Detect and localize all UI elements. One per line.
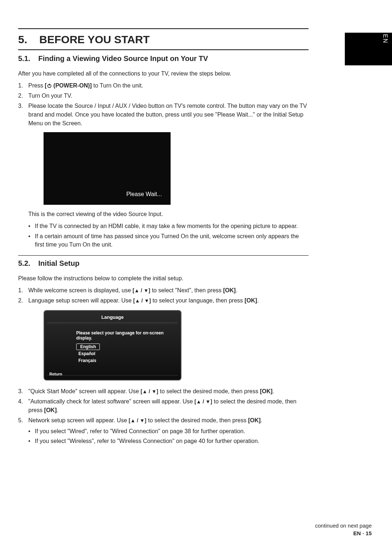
s2-step-3-b: to select the desired mode, then press [158,388,260,394]
continued-text: continued on next page [315,522,372,529]
period: . [261,417,262,423]
ok-key: [OK] [223,287,236,293]
s2-step-5-a: Network setup screen will appear. Use [28,417,129,423]
s1-step-3-text: Please locate the Source / Input / AUX /… [28,103,307,126]
arrow-keys: [▲ / ▼] [195,399,212,404]
osd-option-english: English [76,343,100,350]
osd-prompt: Please select your language for on-scree… [76,330,174,341]
s2-intro: Please follow the instructions below to … [18,274,309,282]
s1-intro: After you have completed all of the conn… [18,69,309,78]
s1-step-1: 1. Press [ (POWER-ON)] to Turn On the un… [18,81,309,90]
osd-option-espanol: Español [76,350,174,357]
s2-step-5: 5. Network setup screen will appear. Use… [18,416,309,445]
list-number: 2. [18,92,23,100]
period: . [257,297,258,304]
s1-steps: 1. Press [ (POWER-ON)] to Turn On the un… [18,81,309,128]
s2-step-2: 2. Language setup screen will appear. Us… [18,296,309,305]
subsection-5-1-number: 5.1. [18,54,36,63]
s2-step-5-b: to select the desired mode, then press [146,417,248,423]
s1-bullet-2: If a certain amount of time has passed s… [28,232,309,249]
s1-step-3: 3. Please locate the Source / Input / AU… [18,102,309,128]
page-footer: continued on next page EN - 15 [315,522,372,536]
s1-bullet-1: If the TV is connected by an HDMI cable,… [28,222,309,230]
ok-key: [OK] [260,388,273,394]
s1-step-1-power: (POWER-ON)] [52,82,92,89]
list-number: 5. [18,416,23,425]
section-title: BEFORE YOU START [39,33,150,45]
language-tab: EN [345,33,392,65]
s2-step-4-a: "Automatically check for latest software… [28,398,195,404]
s1-step-1-post: to Turn On the unit. [92,82,143,89]
section-number: 5. [18,33,36,46]
osd-title: Language [47,313,178,323]
rule-top [18,28,309,29]
subsection-5-2-title: Initial Setup [38,259,79,267]
ok-key: [OK] [245,297,257,304]
s2-step-5-subs: If you select "Wired", refer to "Wired C… [28,427,309,445]
list-number: 1. [18,286,23,295]
ok-key: [OK] [248,417,261,423]
arrow-keys: [▲ / ▼] [140,389,158,394]
list-number: 3. [18,102,23,110]
period: . [273,388,274,394]
arrow-keys: [▲ / ▼] [129,418,147,423]
list-number: 2. [18,296,23,305]
s2-sub-2: If you select "Wireless", refer to "Wire… [28,437,309,445]
list-number: 4. [18,397,23,406]
footer-sep: - [361,530,366,536]
power-icon [47,83,52,88]
footer-page: 15 [366,530,372,536]
language-osd: Language Please select your language for… [44,310,181,381]
osd-body: Please select your language for on-scree… [47,325,178,374]
subsection-5-2-heading: 5.2. Initial Setup [18,259,309,268]
s2-step-3: 3. "Quick Start Mode" screen will appear… [18,387,309,396]
subsection-5-1-title: Finding a Viewing Video Source Input on … [38,54,208,62]
language-tab-label: EN [382,34,388,44]
s1-below-tv: This is the correct viewing of the video… [28,210,309,218]
osd-divider [47,375,178,375]
please-wait-text: Please Wait... [126,191,162,198]
rule-mid [18,255,309,256]
osd-divider [47,324,178,324]
footer-lang: EN [353,530,361,536]
period: . [57,407,58,413]
s2-step-2-b: to select your language, then press [151,297,245,304]
arrow-keys: [▲ / ▼] [133,298,151,304]
osd-return: Return [49,372,62,376]
osd-option-francais: Français [76,357,174,364]
s2-sub-1: If you select "Wired", refer to "Wired C… [28,427,309,435]
s2-step-2-a: Language setup screen will appear. Use [28,297,133,304]
page-number: EN - 15 [315,530,372,536]
period: . [236,287,237,293]
list-number: 3. [18,387,23,396]
ok-key: [OK] [44,407,57,413]
tv-screenshot: Please Wait... [44,132,171,205]
s1-step-1-pre: Press [28,82,45,89]
rule-under-heading [18,49,309,50]
s1-step-2: 2. Turn On your TV. [18,92,309,100]
section-heading: 5. BEFORE YOU START [18,33,309,46]
arrow-keys: [▲ / ▼] [132,288,150,293]
s2-step-1-b: to select "Next", then press [150,287,223,293]
s2-step-1-a: While welcome screen is displayed, use [28,287,132,293]
s2-step-1: 1. While welcome screen is displayed, us… [18,286,309,295]
list-number: 1. [18,81,23,90]
s1-step-2-text: Turn On your TV. [28,93,72,99]
subsection-5-1-heading: 5.1. Finding a Viewing Video Source Inpu… [18,54,309,63]
s1-bullets: If the TV is connected by an HDMI cable,… [28,222,309,249]
s2-step-4: 4. "Automatically check for latest softw… [18,397,309,415]
subsection-5-2-number: 5.2. [18,259,36,268]
s2-steps-a: 1. While welcome screen is displayed, us… [18,286,309,305]
s2-step-3-a: "Quick Start Mode" screen will appear. U… [28,388,140,394]
s2-steps-b: 3. "Quick Start Mode" screen will appear… [18,387,309,445]
